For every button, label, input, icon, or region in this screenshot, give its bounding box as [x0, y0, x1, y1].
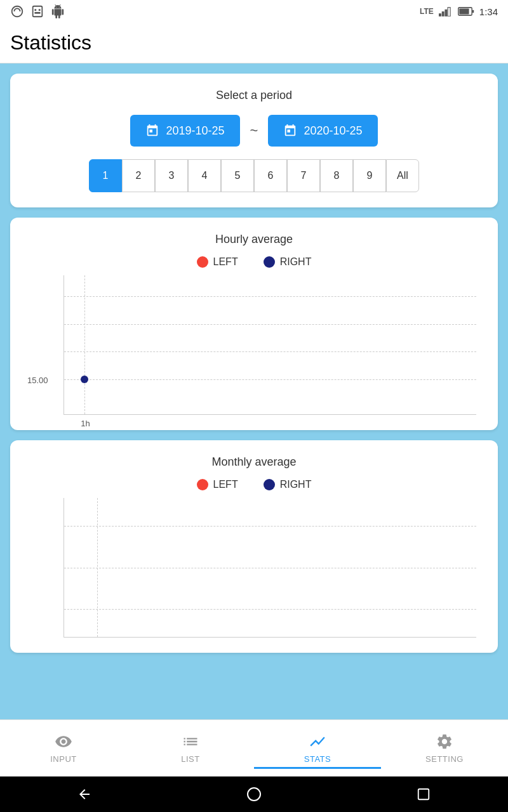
monthly-right-label: RIGHT	[280, 479, 312, 490]
page-btn-6[interactable]: 6	[254, 159, 287, 192]
stats-icon	[309, 733, 326, 750]
monthly-chart-card: Monthly average LEFT RIGHT	[10, 440, 498, 653]
nav-list-label: LIST	[181, 754, 199, 764]
nav-item-stats[interactable]: STATS	[254, 728, 381, 769]
monthly-chart-area	[64, 498, 476, 638]
eye-icon	[55, 733, 72, 750]
page-btn-8[interactable]: 8	[320, 159, 353, 192]
nav-item-input[interactable]: INPUT	[0, 728, 127, 769]
hourly-chart-card: Hourly average LEFT RIGHT 15.00 1h	[10, 218, 498, 430]
gridline-3	[64, 351, 476, 352]
signal-icon: LTE	[420, 7, 434, 16]
android-icon	[51, 4, 65, 18]
left-label: LEFT	[213, 256, 238, 268]
right-dot	[264, 256, 275, 268]
nav-setting-label: SETTING	[425, 754, 464, 764]
svg-rect-12	[418, 789, 429, 800]
page-title: Statistics	[10, 31, 91, 55]
pagination: 123456789All	[25, 159, 483, 192]
page-btn-all[interactable]: All	[386, 159, 419, 192]
page-btn-2[interactable]: 2	[122, 159, 155, 192]
recents-button[interactable]	[411, 782, 436, 807]
hourly-chart-area: 15.00 1h	[64, 275, 476, 415]
hourly-legend-right: RIGHT	[264, 256, 312, 268]
svg-rect-6	[444, 10, 447, 16]
bottom-nav-wrapper: INPUT LIST STATS SETTING	[0, 719, 508, 776]
time-display: 1:34	[479, 6, 498, 17]
svg-rect-1	[34, 9, 36, 11]
end-date-label: 2020-10-25	[304, 124, 362, 138]
svg-rect-2	[39, 9, 41, 11]
monthly-chart-title: Monthly average	[25, 455, 483, 469]
monthly-legend-right: RIGHT	[264, 479, 312, 490]
battery-icon	[458, 6, 474, 16]
android-nav	[0, 776, 508, 812]
svg-rect-5	[442, 11, 444, 16]
hourly-chart-title: Hourly average	[25, 233, 483, 246]
list-icon	[182, 733, 199, 750]
page-btn-7[interactable]: 7	[287, 159, 320, 192]
period-selector-card: Select a period 2019-10-25 ~ 2020-10-25 …	[10, 74, 498, 207]
back-icon	[77, 787, 92, 802]
monthly-left-dot	[197, 479, 208, 490]
right-label: RIGHT	[280, 256, 312, 268]
data-point-1	[81, 376, 88, 383]
hourly-chart-legend: LEFT RIGHT	[25, 256, 483, 268]
svg-point-11	[248, 788, 260, 801]
svg-rect-9	[459, 8, 469, 14]
nav-item-list[interactable]: LIST	[127, 728, 254, 769]
bottom-nav: INPUT LIST STATS SETTING	[0, 719, 508, 776]
arch-icon	[10, 4, 24, 18]
monthly-legend-left: LEFT	[197, 479, 238, 490]
monthly-left-label: LEFT	[213, 479, 238, 490]
gridline-1	[64, 296, 476, 297]
date-range-row: 2019-10-25 ~ 2020-10-25	[25, 115, 483, 147]
period-label: Select a period	[25, 89, 483, 102]
y-label: 15.00	[27, 376, 48, 385]
start-date-label: 2019-10-25	[166, 124, 224, 138]
start-date-button[interactable]: 2019-10-25	[130, 115, 239, 147]
svg-rect-10	[472, 10, 474, 13]
svg-rect-0	[33, 6, 43, 17]
page-btn-9[interactable]: 9	[353, 159, 386, 192]
calendar-start-icon	[145, 124, 159, 138]
monthly-right-dot	[264, 479, 275, 490]
svg-rect-3	[34, 12, 40, 14]
x-label-1h: 1h	[81, 419, 90, 428]
page-btn-1[interactable]: 1	[89, 159, 122, 192]
title-bar: Statistics	[0, 23, 508, 63]
status-icons-right: LTE 1:34	[420, 6, 498, 17]
nav-stats-label: STATS	[304, 754, 331, 764]
signal-bars-icon	[439, 6, 453, 16]
settings-icon	[436, 733, 453, 750]
gridline-2	[64, 324, 476, 325]
home-circle-icon	[246, 787, 262, 802]
recents-icon	[417, 787, 431, 801]
page-btn-4[interactable]: 4	[188, 159, 221, 192]
end-date-button[interactable]: 2020-10-25	[268, 115, 377, 147]
home-button[interactable]	[241, 782, 267, 807]
svg-rect-4	[439, 13, 441, 16]
gridline-4: 15.00	[64, 379, 476, 380]
page-btn-5[interactable]: 5	[221, 159, 254, 192]
main-content: Select a period 2019-10-25 ~ 2020-10-25 …	[0, 63, 508, 719]
nav-item-setting[interactable]: SETTING	[381, 728, 508, 769]
monthly-gridline-1	[64, 526, 476, 527]
calendar-end-icon	[283, 124, 297, 138]
hourly-legend-left: LEFT	[197, 256, 238, 268]
page-btn-3[interactable]: 3	[155, 159, 188, 192]
status-icons-left	[10, 4, 65, 18]
monthly-gridline-2	[64, 568, 476, 568]
status-bar: LTE 1:34	[0, 0, 508, 23]
monthly-chart-legend: LEFT RIGHT	[25, 479, 483, 490]
monthly-vline-1	[97, 498, 98, 637]
nav-input-label: INPUT	[50, 754, 77, 764]
svg-rect-7	[448, 8, 450, 16]
monthly-gridline-3	[64, 609, 476, 610]
active-indicator	[254, 767, 381, 769]
back-button[interactable]	[72, 782, 97, 807]
date-separator: ~	[250, 122, 258, 139]
sim-icon	[30, 4, 44, 18]
left-dot	[197, 256, 208, 268]
vline-1: 1h	[84, 275, 85, 414]
